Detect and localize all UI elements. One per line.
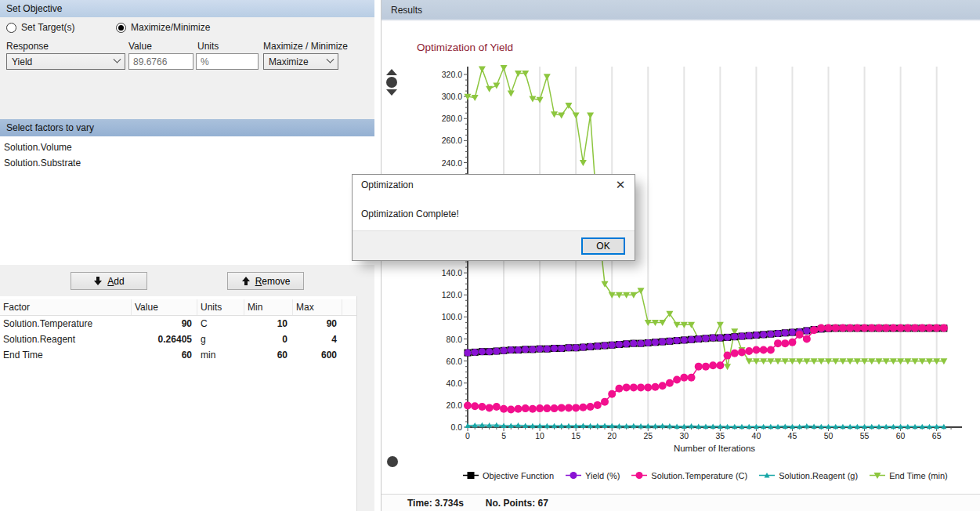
- svg-text:120.0: 120.0: [442, 290, 462, 299]
- dialog-message: Optimization Complete!: [361, 208, 459, 219]
- column-header-min[interactable]: Min: [244, 299, 293, 315]
- maxmin-label: Maximize / Minimize: [263, 41, 348, 52]
- column-header-value[interactable]: Value: [132, 299, 197, 315]
- legend-item-temperature[interactable]: Solution.Temperature (C): [631, 470, 747, 480]
- radio-circle-checked-icon[interactable]: [116, 23, 126, 33]
- set-objective-header: Set Objective: [0, 0, 374, 17]
- cell-value: 0.26405: [132, 334, 197, 345]
- series-reagent: [465, 422, 947, 429]
- response-dropdown[interactable]: Yield: [6, 53, 125, 70]
- svg-text:15: 15: [571, 431, 580, 440]
- cell-factor: End Time: [0, 350, 132, 361]
- close-icon[interactable]: ✕: [609, 176, 631, 194]
- column-header-units[interactable]: Units: [197, 299, 244, 315]
- dialog-titlebar[interactable]: Optimization ✕: [353, 175, 635, 196]
- legend-item-reagent[interactable]: Solution.Reagent (g): [759, 470, 858, 480]
- add-button[interactable]: Add: [71, 272, 147, 290]
- column-header-factor[interactable]: Factor: [0, 299, 132, 315]
- optimization-dialog: Optimization ✕ Optimization Complete! OK: [352, 174, 635, 261]
- legend-label: Solution.Temperature (C): [651, 471, 747, 480]
- radio-maximize-minimize-label: Maximize/Minimize: [131, 22, 210, 33]
- app-window: { "left_panel": { "set_objective": { "he…: [0, 0, 980, 511]
- select-factors-header: Select factors to vary: [0, 119, 374, 136]
- legend-item-objective[interactable]: Objective Function: [463, 470, 554, 480]
- ok-button[interactable]: OK: [581, 237, 625, 255]
- svg-text:25: 25: [643, 431, 653, 440]
- dialog-footer: OK: [353, 230, 635, 260]
- radio-maximize-minimize[interactable]: Maximize/Minimize: [116, 22, 210, 33]
- column-header-max[interactable]: Max: [293, 299, 342, 315]
- chevron-down-icon: [327, 56, 335, 63]
- list-item[interactable]: Solution.Volume: [0, 140, 374, 155]
- factor-table: Factor Value Units Min Max Solution.Temp…: [0, 299, 356, 363]
- add-remove-button-band: Add Remove: [0, 265, 374, 296]
- legend-label: Solution.Reagent (g): [779, 471, 858, 480]
- svg-text:60: 60: [896, 431, 906, 440]
- cell-max: 600: [293, 350, 342, 361]
- table-right-gutter: [356, 296, 374, 511]
- set-objective-body: Set Target(s) Maximize/Minimize Response…: [0, 17, 374, 119]
- list-item[interactable]: Solution.Substrate: [0, 155, 374, 171]
- svg-text:20.0: 20.0: [447, 400, 463, 410]
- points-status: No. Points: 67: [486, 498, 548, 509]
- svg-text:80.0: 80.0: [447, 335, 463, 344]
- factor-table-area: Factor Value Units Min Max Solution.Temp…: [0, 296, 374, 511]
- table-row[interactable]: End Time 60 min 60 600: [0, 347, 356, 363]
- add-button-label: Add: [107, 276, 124, 287]
- factors-list: Solution.Volume Solution.Substrate: [0, 136, 374, 265]
- circle-marker-icon: [566, 470, 581, 480]
- square-marker-icon: [463, 470, 479, 480]
- svg-text:30: 30: [679, 431, 689, 440]
- svg-text:65: 65: [932, 431, 942, 440]
- legend-label: End Time (min): [889, 471, 948, 480]
- triangle-down-marker-icon: [870, 470, 885, 480]
- legend-label: Yield (%): [585, 471, 620, 480]
- svg-text:140.0: 140.0: [442, 268, 462, 277]
- svg-text:20: 20: [607, 431, 617, 440]
- maximize-minimize-dropdown-value: Maximize: [269, 56, 309, 67]
- svg-text:35: 35: [716, 431, 725, 440]
- svg-text:100.0: 100.0: [442, 312, 462, 321]
- cell-min: 10: [244, 318, 293, 329]
- dialog-title: Optimization: [361, 179, 414, 190]
- cell-value: 90: [132, 318, 197, 329]
- legend-item-yield[interactable]: Yield (%): [566, 470, 620, 480]
- svg-text:280.0: 280.0: [442, 114, 462, 123]
- remove-button[interactable]: Remove: [227, 272, 304, 290]
- svg-text:Number of Iterations: Number of Iterations: [674, 444, 755, 453]
- cell-factor: Solution.Temperature: [0, 318, 132, 329]
- value-label: Value: [128, 41, 152, 52]
- table-row[interactable]: Solution.Temperature 90 C 10 90: [0, 316, 356, 332]
- cell-units: min: [197, 350, 244, 361]
- triangle-up-marker-icon: [759, 470, 775, 480]
- arrow-down-icon: [93, 276, 103, 286]
- value-field[interactable]: [128, 53, 193, 70]
- table-row[interactable]: Solution.Reagent 0.26405 g 0 4: [0, 332, 356, 347]
- maximize-minimize-dropdown[interactable]: Maximize: [263, 53, 338, 70]
- radio-set-targets[interactable]: Set Target(s): [6, 22, 74, 33]
- units-field[interactable]: [196, 53, 259, 70]
- chevron-down-icon: [114, 56, 121, 63]
- cell-value: 60: [132, 350, 197, 361]
- radio-circle-icon[interactable]: [6, 23, 16, 33]
- svg-text:0: 0: [465, 431, 470, 440]
- legend-item-endtime[interactable]: End Time (min): [870, 470, 948, 480]
- svg-text:60.0: 60.0: [447, 357, 463, 366]
- circle-marker-icon: [631, 470, 647, 480]
- svg-text:320.0: 320.0: [442, 70, 462, 79]
- cell-min: 60: [244, 350, 293, 361]
- cell-units: C: [197, 318, 244, 329]
- svg-text:Optimization of Yield: Optimization of Yield: [417, 42, 513, 53]
- svg-text:240.0: 240.0: [442, 158, 462, 168]
- legend-label: Objective Function: [483, 471, 554, 480]
- svg-text:5: 5: [501, 431, 506, 440]
- response-dropdown-value: Yield: [12, 56, 32, 67]
- svg-text:40.0: 40.0: [447, 379, 463, 388]
- svg-text:45: 45: [788, 431, 797, 440]
- radio-set-targets-label: Set Target(s): [21, 22, 74, 33]
- arrow-up-icon: [241, 276, 251, 286]
- svg-text:55: 55: [860, 431, 870, 440]
- response-label: Response: [6, 41, 49, 52]
- svg-text:50: 50: [824, 431, 834, 440]
- svg-text:10: 10: [535, 431, 544, 440]
